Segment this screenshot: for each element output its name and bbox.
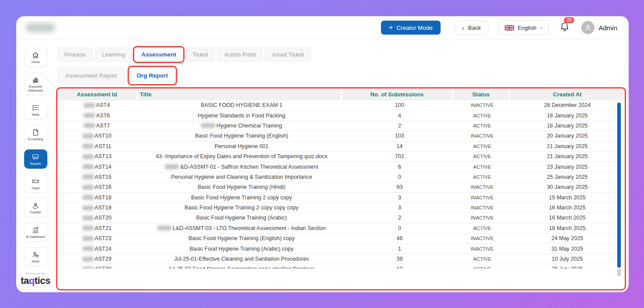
tab-asset-ticket[interactable]: Asset Ticket [265, 47, 311, 62]
tab-learning[interactable]: Learning [95, 47, 132, 62]
tab-process[interactable]: Process [57, 47, 93, 62]
cell-created-at: 24 May 2025 [510, 234, 625, 243]
redacted-id-prefix [82, 174, 94, 179]
main-panel: Process Learning Assessment Ticket Actio… [55, 39, 629, 292]
sidebar-item-e-learning[interactable]: E-Learning [24, 125, 47, 144]
tab-action-point[interactable]: Action Point [217, 47, 263, 62]
cell-submissions: 3 [345, 203, 455, 212]
table-row[interactable]: AST29Jul-25-01-Effective Cleaning and Sa… [57, 254, 625, 264]
table-row[interactable]: AST14&D-ASSMT-01 - Saffron Kitchen Theor… [57, 162, 625, 172]
notifications-button[interactable]: 20 [560, 22, 569, 33]
subtab-org-report[interactable]: Org Report [129, 67, 176, 84]
tab-assessment[interactable]: Assessment [134, 47, 183, 62]
cell-status: ACTIVE [455, 142, 510, 151]
cell-submissions: 702 [345, 152, 455, 161]
table-row[interactable]: AST30Jul-25-07-Food Storage Segregation … [57, 264, 625, 269]
sidebar-item-tasks[interactable]: Tasks [24, 100, 47, 120]
table-row[interactable]: AST21L&D-ASSMT-03 - LTO Theoretical Asse… [57, 223, 625, 234]
table-row[interactable]: AST20Basic Food Hygiene Training (Arabic… [57, 213, 625, 223]
table-row[interactable]: AST18Basic Food Hygiene Training 2 copy … [57, 193, 625, 203]
chevron-down-icon: ∨ [539, 25, 544, 31]
transfer-icon [32, 202, 39, 209]
creator-mode-button[interactable]: + Creator Mode [381, 21, 441, 35]
cell-created-at: 18 January 2025 [510, 110, 625, 120]
cell-assessment-id: AST20 [57, 213, 136, 223]
table-row[interactable]: AST7Hygiene Chemical Training2ACTIVE18 J… [57, 121, 625, 131]
back-label: Back [468, 25, 481, 31]
redacted-id-prefix [82, 246, 94, 251]
column-header-submissions[interactable]: No. of Submissions [342, 89, 452, 100]
scrollbar-end-nub[interactable] [617, 269, 621, 276]
sidebar-item-executive-dashboard[interactable]: Executive Dashboard [24, 72, 47, 96]
tab-label: Asset Ticket [272, 51, 304, 58]
person-icon [584, 24, 592, 32]
column-header-title[interactable]: Title [138, 89, 341, 100]
trend-chart-icon [32, 226, 39, 234]
tab-ticket[interactable]: Ticket [185, 47, 215, 62]
subtab-assessment-report[interactable]: Assessment Report [57, 67, 125, 84]
sidebar-item-bi-dashboard[interactable]: BI Dashboard [24, 223, 47, 242]
table-row[interactable]: AST11Personal Hygiene 00114ACTIVE21 Janu… [57, 142, 625, 152]
tab-label: Ticket [192, 51, 208, 58]
cell-title: Personal Hygiene 001 [136, 142, 345, 151]
back-button[interactable]: ‹ Back [455, 21, 488, 35]
cell-assessment-id: AST23 [57, 234, 136, 243]
avatar[interactable] [581, 21, 594, 34]
sidebar-item-transfer[interactable]: Transfer [24, 198, 47, 217]
redacted-id-prefix [82, 164, 94, 169]
cell-title: Jul-25-07-Food Storage Segregation and L… [136, 264, 345, 269]
sidebar-item-label: Ticket [25, 187, 46, 191]
sidebar-item-reports[interactable]: Reports [24, 149, 47, 169]
table-row[interactable]: AST23Basic Food Hygiene Training (Englis… [57, 234, 625, 244]
report-subtabs: Assessment Report Org Report [57, 67, 625, 84]
sidebar-item-label: Home [25, 60, 46, 64]
sidebar-item-asset[interactable]: Asset [24, 247, 47, 266]
table-row[interactable]: AST6Hygiene Standards in Food Packing4AC… [57, 110, 625, 120]
cell-title: BASIC FOOD HYGIENE EXAM 1 [136, 100, 345, 110]
table-row[interactable]: AST4BASIC FOOD HYGIENE EXAM 1100INACTIVE… [57, 100, 625, 110]
sidebar-item-label: E-Learning [25, 138, 46, 142]
app-window: + Creator Mode ‹ Back English ∨ 20 [16, 16, 629, 292]
cell-status: ACTIVE [455, 254, 510, 264]
presentation-icon [32, 153, 39, 161]
user-name[interactable]: Admin [598, 24, 617, 32]
table-row[interactable]: AST10Basic Food Hygiene Training (Englis… [57, 131, 625, 141]
subtab-label: Org Report [137, 72, 168, 79]
table-row[interactable]: AST15Personal Hygiene and Cleaning & San… [57, 172, 625, 182]
sidebar-item-home[interactable]: Home [24, 48, 47, 67]
cell-title: Basic Food Hygiene Training (English) [136, 131, 345, 141]
cell-title: Basic Food Hygiene Training (Arabic) cop… [136, 244, 345, 253]
cell-assessment-id: AST19 [57, 203, 136, 212]
redacted-id-prefix [82, 205, 94, 210]
cell-submissions: 10 [345, 264, 455, 269]
cell-assessment-id: AST21 [57, 223, 136, 233]
cell-assessment-id: AST7 [57, 121, 136, 131]
cell-title: Jul-25-01-Effective Cleaning and Sanitat… [136, 254, 345, 264]
cell-status: ACTIVE [455, 110, 510, 120]
column-header-assessment-id[interactable]: Assessment Id [57, 89, 136, 100]
cell-created-at: 10 July 2025 [510, 254, 625, 264]
cell-created-at: 16 March 2025 [510, 213, 625, 223]
cell-created-at: 15 March 2025 [510, 193, 625, 202]
column-header-status[interactable]: Status [453, 89, 509, 100]
tab-label: Learning [102, 51, 125, 58]
cell-assessment-id: AST29 [57, 254, 136, 264]
taqtics-logo: taqtics [16, 276, 55, 286]
table-row[interactable]: AST16Basic Food Hygiene Training (Hindi)… [57, 182, 625, 192]
table-row[interactable]: AST1343- Importance of Expiry Dates and … [57, 152, 625, 162]
column-header-created-at[interactable]: Created At [510, 89, 625, 100]
sidebar-item-ticket[interactable]: Ticket [24, 174, 47, 193]
sidebar-item-label: Executive Dashboard [25, 85, 46, 93]
cell-submissions: 103 [345, 131, 455, 141]
tab-label: Process [64, 51, 86, 58]
sidebar-item-label: BI Dashboard [25, 235, 46, 239]
cell-created-at: 28 December 2024 [510, 100, 625, 110]
table-row[interactable]: AST19Basic Food Hygiene Training 2 copy … [57, 203, 625, 213]
table-row[interactable]: AST24Basic Food Hygiene Training (Arabic… [57, 244, 625, 254]
cell-assessment-id: AST10 [57, 131, 136, 141]
table-scrollbar[interactable] [617, 103, 621, 268]
cell-submissions: 6 [345, 162, 455, 171]
redacted-title-prefix [165, 164, 179, 169]
language-selector[interactable]: English ∨ [499, 21, 549, 35]
tab-label: Action Point [224, 51, 256, 58]
